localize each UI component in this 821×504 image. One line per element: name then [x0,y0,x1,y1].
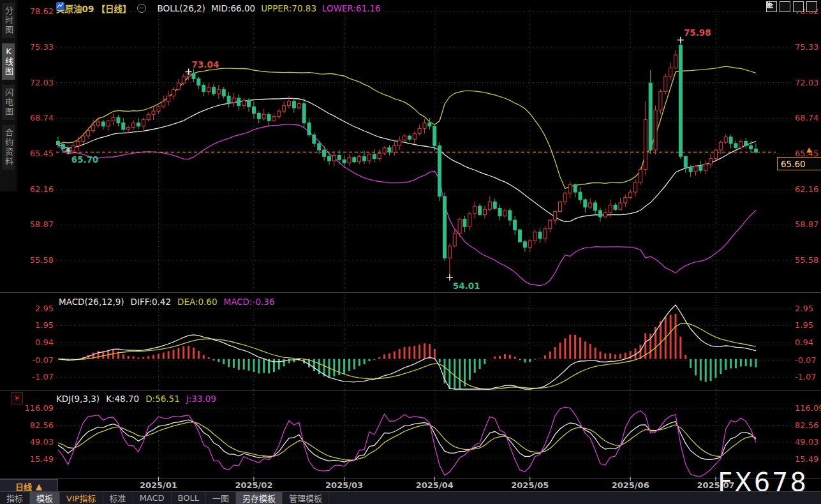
sidebar: 分时图 K线图 闪电图 合约资料 [0,0,17,191]
axis-label: 55.58 [17,255,54,265]
price-up-arrow-icon: ▲ [806,145,811,154]
macd-value: MACD:-0.36 [224,297,275,307]
axis-label: 72.03 [17,78,54,87]
chart-toolbar [766,1,817,12]
axis-label: 1.95 [795,320,813,330]
tab-macd[interactable]: MACD [133,492,172,504]
boll-lower-label: LOWER:61.16 [322,3,381,13]
shift-right-icon[interactable] [806,1,817,12]
svg-text:73.04: 73.04 [192,59,219,70]
boll-params-label: BOLL(26,2) [158,3,205,13]
boll-mid-label: MID:66.00 [211,3,255,13]
kdj-title: KDJ(9,3,3) [56,394,100,404]
axis-label: 2.95 [795,304,813,313]
axis-label: 0.94 [17,337,54,347]
kdj-d-value: D:56.51 [145,394,180,404]
kdj-k-value: K:48.70 [106,394,139,404]
tab-one-chart[interactable]: 一图 [206,492,236,504]
tab-indicators[interactable]: 指标 [0,492,30,504]
period-selector-arrow-icon: ▲ [36,482,42,491]
period-selector-label: 日线 [15,480,32,493]
date-label: 2025/05 [508,480,552,490]
date-label: 2025/02 [232,480,276,490]
date-label: 2025/03 [323,480,366,490]
tab-save-template[interactable]: 另存模板 [236,492,283,504]
axis-label: 65.45 [17,149,54,158]
axis-label: 116.09 [17,403,54,413]
trading-app-window: 73.0475.9865.7054.01 分时图 K线图 闪电图 合约资料 美原… [0,0,821,504]
axis-label: 58.87 [17,219,54,229]
y-scale-icon[interactable] [780,1,790,12]
kdj-j-value: J:33.09 [186,394,216,404]
axis-label: 49.03 [795,437,818,447]
axis-label: 78.62 [17,6,54,16]
svg-text:54.01: 54.01 [453,281,480,291]
tab-boll[interactable]: BOLL [172,492,206,504]
axis-label: 75.33 [795,42,818,52]
macd-diff-value: DIFF:0.42 [131,297,171,307]
tab-vip-indicators[interactable]: VIP指标 [60,492,103,504]
axis-label: 68.74 [795,113,818,122]
bottom-tab-bar: 指标 模板 VIP指标 标准 MACD BOLL 一图 另存模板 管理模板 [0,491,821,504]
x-scale-icon[interactable] [793,1,804,12]
axis-label: 58.87 [795,219,818,229]
macd-dea-value: DEA:0.60 [177,297,218,307]
current-price-value: 65.60 [781,159,806,169]
axis-label: -0.07 [795,355,817,365]
period-selector[interactable]: 日线 ▲ [0,479,58,493]
axis-label: 49.03 [17,437,54,447]
svg-text:65.70: 65.70 [71,154,99,165]
period-tag: 【日线】 [97,4,131,14]
axis-label: 72.03 [795,78,818,87]
axis-label: 68.74 [17,113,54,122]
tab-standard[interactable]: 标准 [103,492,133,504]
axis-label: 55.58 [795,255,818,265]
sidebar-item-time-chart[interactable]: 分时图 [2,3,15,38]
axis-label: 15.49 [795,454,818,464]
axis-label: 82.56 [17,420,54,430]
sidebar-item-kline-chart[interactable]: K线图 [2,43,15,80]
axis-label: 2.95 [17,304,54,313]
symbol-title: 美原油09 【日线】 [56,2,131,15]
axis-label: 0.94 [795,337,813,347]
kdj-panel-header: KDJ(9,3,3) K:48.70 D:56.51 J:33.09 [56,394,216,404]
chart-svg: 73.0475.9865.7054.01 [0,0,821,504]
tab-templates[interactable]: 模板 [30,492,60,504]
axis-label: 75.33 [17,42,54,52]
chart-header: 美原油09 【日线】 − BOLL(26,2) MID:66.00 UPPER:… [56,2,381,15]
axis-label: 1.95 [17,320,54,330]
axis-label: 62.16 [17,184,54,194]
current-price-box: 65.60 [777,157,821,170]
sidebar-item-flash-chart[interactable]: 闪电图 [2,85,15,120]
axis-label: -1.07 [795,372,817,382]
collapse-icon[interactable]: − [137,4,146,13]
axis-label: 116.09 [795,403,821,413]
axis-label: -1.07 [17,372,54,382]
macd-title: MACD(26,12,9) [59,297,124,307]
boll-upper-label: UPPER:70.83 [261,3,316,13]
svg-text:75.98: 75.98 [684,27,711,38]
axis-label: -0.07 [17,355,54,365]
sun-icon[interactable]: ☀ [11,392,23,404]
date-label: 2025/06 [609,480,652,490]
date-label: 2025/01 [137,480,180,490]
axis-label: 62.16 [795,184,818,194]
axis-label: 15.49 [17,454,54,464]
axis-label: 82.56 [795,420,818,430]
macd-panel-header: MACD(26,12,9) DIFF:0.42 DEA:0.60 MACD:-0… [59,297,274,307]
date-label: 2025/04 [413,480,456,490]
tab-manage-template[interactable]: 管理模板 [283,492,329,504]
sidebar-item-contract-info[interactable]: 合约资料 [2,125,15,170]
